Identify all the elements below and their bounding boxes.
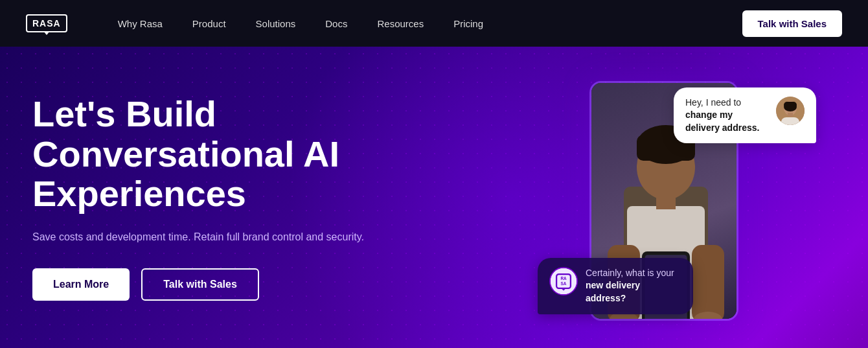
hero-subtitle: Save costs and development time. Retain … [32, 229, 402, 245]
nav-pricing[interactable]: Pricing [442, 13, 495, 34]
user-chat-bubble: Hey, I need to change my delivery addres… [674, 87, 816, 144]
hero-buttons: Learn More Talk with Sales [32, 268, 402, 301]
svg-rect-16 [784, 102, 797, 108]
user-bubble-text: Hey, I need to change my delivery addres… [685, 97, 768, 135]
logo[interactable]: RASA [26, 14, 67, 32]
talk-with-sales-button[interactable]: Talk with Sales [141, 268, 259, 301]
rasa-bot-avatar: RA SA [549, 267, 578, 296]
nav-solutions[interactable]: Solutions [244, 13, 308, 34]
nav-docs[interactable]: Docs [314, 13, 359, 34]
hero-visual: Hey, I need to change my delivery addres… [538, 68, 816, 327]
svg-rect-7 [692, 245, 724, 319]
logo-text: RASA [26, 14, 67, 32]
svg-rect-5 [656, 193, 676, 209]
svg-text:SA: SA [561, 281, 567, 286]
user-avatar-svg [776, 97, 805, 125]
hero-content: Let's Build Conversational AI Experience… [0, 94, 402, 301]
svg-text:RA: RA [560, 276, 567, 281]
nav-resources[interactable]: Resources [365, 13, 435, 34]
rasa-chat-bubble: RA SA Certainly, what is your new delive… [538, 258, 693, 314]
nav-links: Why Rasa Product Solutions Docs Resource… [106, 13, 742, 34]
nav-product[interactable]: Product [181, 13, 238, 34]
hero-title: Let's Build Conversational AI Experience… [32, 94, 402, 214]
navbar: RASA Why Rasa Product Solutions Docs Res… [0, 0, 868, 47]
svg-rect-18 [781, 117, 799, 125]
rasa-bubble-text: Certainly, what is your new delivery add… [586, 267, 681, 305]
learn-more-button[interactable]: Learn More [32, 268, 130, 301]
user-avatar [776, 97, 805, 125]
hero-section: Let's Build Conversational AI Experience… [0, 47, 868, 348]
svg-rect-17 [788, 113, 793, 117]
nav-why-rasa[interactable]: Why Rasa [106, 13, 174, 34]
rasa-avatar-svg: RA SA [551, 267, 577, 296]
nav-cta-button[interactable]: Talk with Sales [742, 10, 842, 37]
